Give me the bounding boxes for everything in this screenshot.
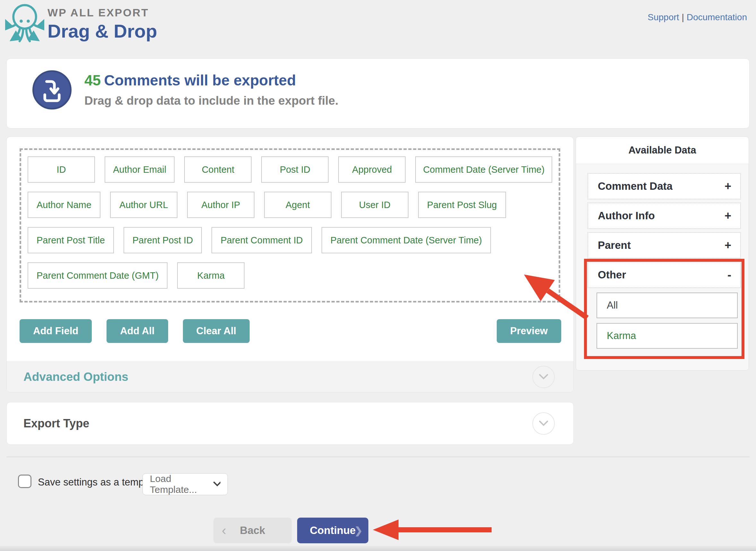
continue-button[interactable]: Continue ❯ [297, 518, 368, 543]
export-type-panel[interactable]: Export Type [6, 402, 574, 445]
chevron-right-icon: ❯ [355, 525, 363, 536]
export-type-label: Export Type [23, 417, 89, 430]
data-section-other[interactable]: Other- [588, 262, 741, 288]
brand-block: WP ALL EXPORT Drag & Drop [47, 6, 157, 42]
field-chip-id[interactable]: ID [28, 156, 95, 183]
export-summary-text: 45Comments will be exported Drag & drop … [84, 72, 338, 108]
load-template-dropdown[interactable]: Load Template... [142, 473, 228, 495]
continue-button-label: Continue [310, 524, 356, 537]
field-chip-karma[interactable]: Karma [177, 262, 245, 289]
bottom-gradient-strip [0, 546, 756, 551]
save-template-checkbox[interactable] [18, 475, 31, 488]
chip-row: Parent Comment Date (GMT)Karma [28, 262, 552, 289]
drop-zone[interactable]: IDAuthor EmailContentPost IDApprovedComm… [20, 148, 560, 303]
save-template-label: Save settings as a template [38, 477, 160, 488]
field-toolbar: Add Field Add All Clear All Preview [20, 319, 561, 343]
field-chip-author-email[interactable]: Author Email [105, 156, 175, 183]
support-link[interactable]: Support [648, 12, 679, 22]
available-data-title: Available Data [576, 137, 749, 164]
chip-row: Parent Post TitleParent Post IDParent Co… [28, 227, 552, 253]
chevron-left-icon: ‹ [222, 523, 226, 538]
export-headline: 45Comments will be exported [84, 72, 338, 89]
back-button-label: Back [240, 524, 265, 537]
annotation-arrow-to-continue [373, 518, 495, 541]
chevron-down-icon [539, 374, 548, 380]
available-data-body: Comment Data+Author Info+Parent+Other-Al… [576, 164, 749, 370]
field-chip-user-id[interactable]: User ID [341, 192, 408, 218]
section-divider [6, 457, 750, 457]
field-chip-approved[interactable]: Approved [338, 156, 406, 183]
export-summary-card: 45Comments will be exported Drag & drop … [6, 58, 750, 128]
clear-all-button[interactable]: Clear All [183, 319, 250, 343]
page-title: Drag & Drop [47, 20, 157, 42]
wp-all-export-page: WP ALL EXPORT Drag & Drop Support|Docume… [0, 0, 756, 551]
advanced-options-panel[interactable]: Advanced Options [7, 362, 573, 392]
advanced-options-expand-button[interactable] [532, 366, 555, 388]
data-section-parent[interactable]: Parent+ [588, 232, 741, 258]
field-chip-parent-post-title[interactable]: Parent Post Title [28, 227, 114, 253]
field-chip-parent-post-slug[interactable]: Parent Post Slug [418, 192, 506, 218]
export-subtitle: Drag & drop data to include in the expor… [84, 94, 338, 108]
chip-row: Author NameAuthor URLAuthor IPAgentUser … [28, 192, 552, 218]
brand-name: WP ALL EXPORT [47, 6, 157, 19]
collapse-icon[interactable]: - [727, 268, 731, 282]
chip-row: IDAuthor EmailContentPost IDApprovedComm… [28, 156, 552, 183]
advanced-options-label: Advanced Options [23, 370, 128, 384]
data-section-items: AllKarma [597, 293, 738, 349]
download-icon [32, 70, 72, 109]
field-chip-agent[interactable]: Agent [264, 192, 331, 218]
add-all-button[interactable]: Add All [107, 319, 168, 343]
chevron-down-icon [213, 481, 220, 487]
field-chip-parent-post-id[interactable]: Parent Post ID [124, 227, 202, 253]
header-links: Support|Documentation [648, 12, 747, 22]
data-section-author-info[interactable]: Author Info+ [588, 202, 741, 229]
expand-icon[interactable]: + [725, 179, 731, 193]
add-field-button[interactable]: Add Field [20, 319, 92, 343]
field-chip-content[interactable]: Content [184, 156, 252, 183]
field-chip-comment-date-server-time[interactable]: Comment Date (Server Time) [415, 156, 552, 183]
field-chip-parent-comment-id[interactable]: Parent Comment ID [211, 227, 312, 253]
data-item-all[interactable]: All [597, 293, 738, 318]
export-count: 45 [84, 72, 101, 89]
data-section-label: Comment Data [598, 180, 673, 192]
available-data-panel: Available Data Comment Data+Author Info+… [576, 136, 749, 371]
field-chip-author-url[interactable]: Author URL [110, 192, 177, 218]
documentation-link[interactable]: Documentation [687, 12, 747, 22]
octopus-logo-icon [5, 3, 44, 45]
expand-icon[interactable]: + [725, 209, 731, 222]
back-button[interactable]: ‹ Back [213, 518, 292, 543]
load-template-value: Load Template... [150, 473, 213, 495]
data-section-label: Author Info [598, 210, 655, 222]
links-separator: | [679, 12, 686, 22]
chevron-down-icon [539, 420, 548, 427]
field-chip-parent-comment-date-gmt[interactable]: Parent Comment Date (GMT) [28, 262, 168, 289]
field-chip-parent-comment-date-server-time[interactable]: Parent Comment Date (Server Time) [322, 227, 491, 253]
field-chip-post-id[interactable]: Post ID [261, 156, 329, 183]
data-section-comment-data[interactable]: Comment Data+ [588, 173, 741, 199]
export-type-expand-button[interactable] [532, 412, 555, 435]
data-item-karma[interactable]: Karma [597, 323, 738, 349]
export-headline-text: Comments will be exported [104, 72, 296, 89]
data-section-label: Other [598, 269, 626, 281]
field-editor-card: IDAuthor EmailContentPost IDApprovedComm… [6, 136, 574, 392]
expand-icon[interactable]: + [725, 238, 731, 252]
field-chip-author-name[interactable]: Author Name [28, 192, 100, 218]
field-chip-author-ip[interactable]: Author IP [187, 192, 254, 218]
data-section-label: Parent [598, 239, 631, 251]
preview-button[interactable]: Preview [497, 319, 561, 343]
